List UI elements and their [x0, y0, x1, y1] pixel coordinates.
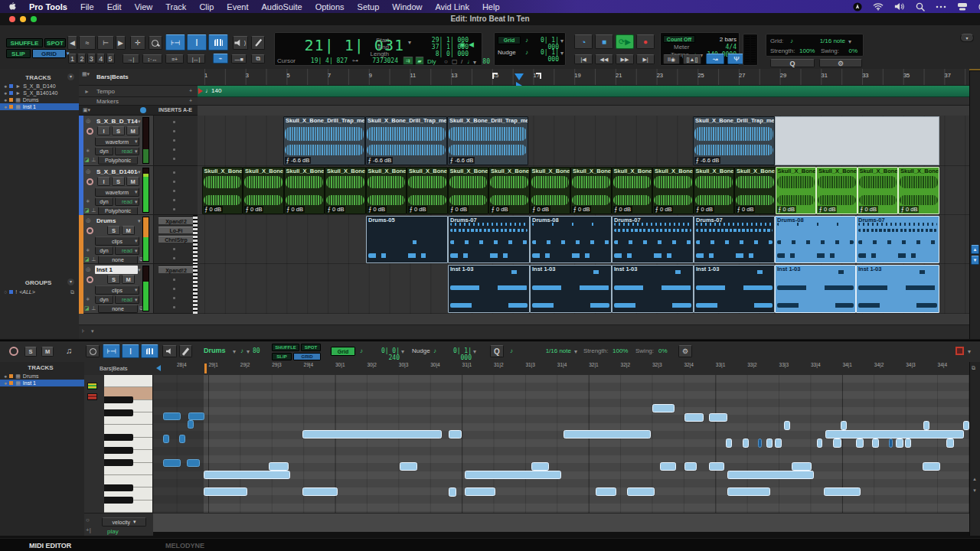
meter-value[interactable]: 4/4: [712, 44, 737, 51]
dyn-button[interactable]: dyn: [95, 147, 113, 155]
record-button[interactable]: ●: [636, 34, 655, 49]
audio-clip-skull-x-bone[interactable]: Skull_X_Bone_⨍ 0 dB: [530, 167, 571, 214]
play-button[interactable]: ⟳▶: [616, 34, 634, 49]
black-key-2[interactable]: [104, 409, 133, 416]
tempo-ruler-band[interactable]: [198, 86, 969, 97]
pre-roll-icon[interactable]: ⇉: [403, 57, 413, 65]
track-m-button[interactable]: M: [122, 275, 135, 284]
track-view-selector[interactable]: waveform: [95, 187, 139, 197]
auto-dropdown-icon[interactable]: ▾: [135, 148, 139, 155]
clip-gain[interactable]: ⨍ -6.6 dB: [449, 157, 475, 164]
track-freeze-icon[interactable]: ◎: [86, 168, 93, 175]
view-dropdown-icon[interactable]: ▾: [135, 139, 139, 145]
audio-clip-skull-x-bone-drill-trap-meloc[interactable]: Skull_X_Bone_Drill_Trap_meloc⨍ -6.6 dB: [283, 116, 365, 165]
midi-nudge-dropdown-icon[interactable]: ▾: [473, 348, 478, 354]
midi-swing-value[interactable]: 0%: [658, 347, 672, 354]
timebase-icon[interactable]: ⊥: [91, 256, 96, 263]
insert-empty-dot[interactable]: [173, 199, 175, 201]
track-col-options-icon[interactable]: ▣▾: [83, 107, 92, 114]
dyn-button[interactable]: dyn: [95, 246, 113, 255]
audio-clip-skull-x-bone-drill-trap-melod[interactable]: Skull_X_Bone_Drill_Trap_melod⨍ -6.6 dB: [365, 116, 447, 165]
clip-gain[interactable]: ⨍ 0 dB: [408, 206, 427, 213]
track-freeze-icon[interactable]: ◎: [86, 217, 93, 224]
tab-melodyne[interactable]: MELODYNE: [165, 542, 257, 550]
clip-gain[interactable]: ⨍ 0 dB: [368, 206, 387, 213]
midi-clip-drums-07[interactable]: Drums-07: [856, 216, 939, 263]
volume-icon[interactable]: [894, 2, 905, 11]
dyn-button[interactable]: dyn: [95, 197, 113, 206]
quantize-grid-value[interactable]: 1/16 note: [812, 37, 845, 44]
midi-default-velocity[interactable]: 80: [253, 347, 263, 354]
audio-clip-skull-x-bone[interactable]: Skull_X_Bone_⨍ 0 dB: [243, 167, 284, 214]
waterfall-icon[interactable]: [140, 107, 146, 113]
nudge-dropdown-icon[interactable]: ▾: [560, 50, 565, 56]
audio-clip-skull-x-bone-drill-trap-melod[interactable]: Skull_X_Bone_Drill_Trap_melod⨍ -6.6 dB: [693, 116, 775, 165]
voice-selector[interactable]: none: [98, 305, 138, 313]
midi-clip-inst-1-03[interactable]: Inst 1-03: [530, 265, 612, 313]
dyn-icon[interactable]: ∗: [86, 296, 93, 303]
tempo-add-icon[interactable]: +: [189, 88, 195, 94]
insert-empty-dot[interactable]: [173, 171, 175, 174]
show-dot-icon[interactable]: ●: [4, 83, 7, 89]
clip-gain[interactable]: ⨍ 0 dB: [859, 206, 878, 213]
clip-gain[interactable]: ⨍ 0 dB: [695, 206, 714, 213]
link-track-edit-icon[interactable]: ≡+: [165, 54, 184, 64]
insert-empty-dot[interactable]: [173, 257, 175, 259]
markers-band[interactable]: [198, 97, 969, 106]
midi-velocity-value[interactable]: 80: [478, 58, 490, 65]
midi-scroll-up-icon[interactable]: ▲: [972, 477, 977, 481]
view-dropdown-icon[interactable]: ▾: [135, 189, 139, 195]
midi-quant-grid-value[interactable]: 1/16 note: [536, 347, 571, 354]
insert-empty-dot[interactable]: [173, 181, 175, 183]
smart-tool-icon[interactable]: ⌁: [213, 54, 228, 64]
piano-keyboard[interactable]: [84, 375, 153, 513]
midi-clip-inst-1-03[interactable]: Inst 1-03: [856, 265, 939, 313]
playhead-down-icon[interactable]: [514, 73, 524, 80]
midi-quant-dropdown-icon[interactable]: ▾: [574, 348, 579, 354]
zoom-preset-4[interactable]: 4: [96, 54, 105, 64]
track-freeze-icon[interactable]: ◎: [86, 266, 93, 273]
edit-bottom-dropdown-icon[interactable]: ▾: [91, 328, 97, 335]
track-name[interactable]: S_X_B_D140140: [95, 168, 138, 176]
sidebar-track-drums[interactable]: ●▦Drums: [0, 96, 79, 103]
midi-clip-inst-1-03[interactable]: Inst 1-03: [694, 265, 775, 313]
clip-gain[interactable]: ⨍ -6.6 dB: [367, 157, 393, 164]
track-name[interactable]: S_X_B_D_T140: [95, 117, 138, 126]
voice-selector[interactable]: Polyphonic: [98, 156, 138, 165]
selector-tool-button[interactable]: I: [187, 34, 207, 51]
track-name[interactable]: Drums: [95, 217, 138, 225]
insert-empty-dot[interactable]: [173, 148, 175, 151]
track-name[interactable]: Inst 1: [95, 266, 138, 274]
groups-panel-menu-icon[interactable]: ▾: [67, 279, 74, 285]
audio-clip-skull-x-bone[interactable]: Skull_X_Bone_⨍ 0 dB: [325, 167, 366, 214]
audio-clip-skull-x-bone[interactable]: Skull_X_Bone⨍ 0 dB: [776, 167, 817, 214]
audio-clip-skull-x-bone[interactable]: Skull_X_Bone⨍ 0 dB: [898, 167, 939, 214]
show-dot-icon[interactable]: ●: [4, 97, 7, 103]
lane-view-selector[interactable]: velocity▾: [102, 517, 146, 527]
dyn-icon[interactable]: ∗: [86, 148, 93, 155]
key-strip-button-a[interactable]: [87, 383, 97, 390]
midi-editor-track-drums[interactable]: ●▦Drums: [0, 373, 84, 380]
track-s-button[interactable]: S: [112, 177, 125, 186]
tracks-panel-menu-icon[interactable]: ▾: [67, 73, 74, 80]
midi-clip-drums-08[interactable]: Drums-08: [775, 216, 856, 263]
midi-zoom-icon[interactable]: [86, 345, 100, 357]
insert-empty-dot[interactable]: [173, 297, 175, 299]
group-dot-icon[interactable]: ○: [4, 289, 7, 295]
audio-clip-skull-x-bone[interactable]: Skull_X_Bone_⨍ 0 dB: [734, 167, 776, 214]
insert-empty-dot[interactable]: [173, 190, 175, 192]
insert-xpand-2[interactable]: Xpand!2: [158, 266, 194, 274]
sidebar-track-s-x-b-d140[interactable]: ●►S_X_B_D140: [0, 83, 79, 90]
audio-clip-skull-x-bone[interactable]: Skull_X_Bone_⨍ 0 dB: [448, 167, 489, 214]
add-lane-icon[interactable]: +|: [86, 527, 91, 533]
view-dropdown-icon[interactable]: ▾: [135, 238, 139, 244]
trimmer-tool-button[interactable]: ⊦⊣: [165, 34, 185, 51]
midi-grid-chip[interactable]: Grid: [331, 347, 355, 356]
clip-gain[interactable]: ⨍ 0 dB: [531, 206, 550, 213]
track-freeze-icon[interactable]: ◎: [86, 118, 93, 125]
zoom-preset-1[interactable]: 1: [68, 54, 77, 64]
midi-clip-drums-08[interactable]: Drums-08: [530, 216, 612, 263]
show-dot-icon[interactable]: ●: [4, 373, 7, 379]
audition-speaker-icon[interactable]: ⟩: [233, 36, 248, 50]
midi-track-selector[interactable]: Drums: [204, 347, 231, 356]
